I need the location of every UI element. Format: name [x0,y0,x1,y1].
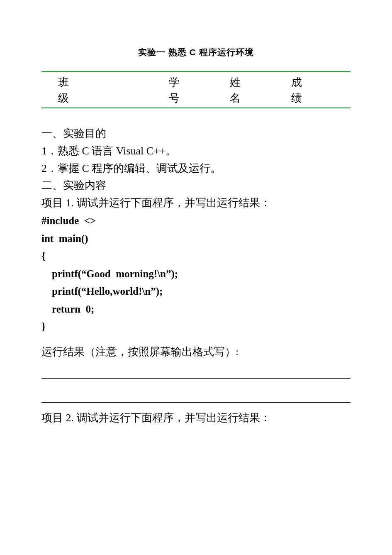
project1-label: 项目 1. 调试并运行下面程序，并写出运行结果： [41,194,351,212]
answer-blank-line-1 [41,361,351,379]
page-title: 实验一 熟悉 C 程序运行环境 [41,46,351,58]
section1-item2: 2．掌握 C 程序的编辑、调试及运行。 [41,160,351,177]
code-block-1: #include <> int main() { printf(“Good mo… [41,212,351,336]
grade-header: 成绩 [290,72,351,108]
student-id-header: 学号 [167,72,228,108]
section2-heading: 二、实验内容 [41,177,351,194]
section1-item1: 1．熟悉 C 语言 Visual C++。 [41,142,351,160]
name-header: 姓名 [228,72,289,108]
result-label: 运行结果（注意，按照屏幕输出格式写）: [41,343,351,361]
section1-heading: 一、实验目的 [41,125,351,142]
project2-label: 项目 2. 调试并运行下面程序，并写出运行结果： [41,409,351,427]
answer-blank-line-2 [41,385,351,403]
class-header: 班级 [41,72,167,108]
document-body: 一、实验目的 1．熟悉 C 语言 Visual C++。 2．掌握 C 程序的编… [41,125,351,427]
student-info-table: 班级 学号 姓名 成绩 [41,71,351,108]
